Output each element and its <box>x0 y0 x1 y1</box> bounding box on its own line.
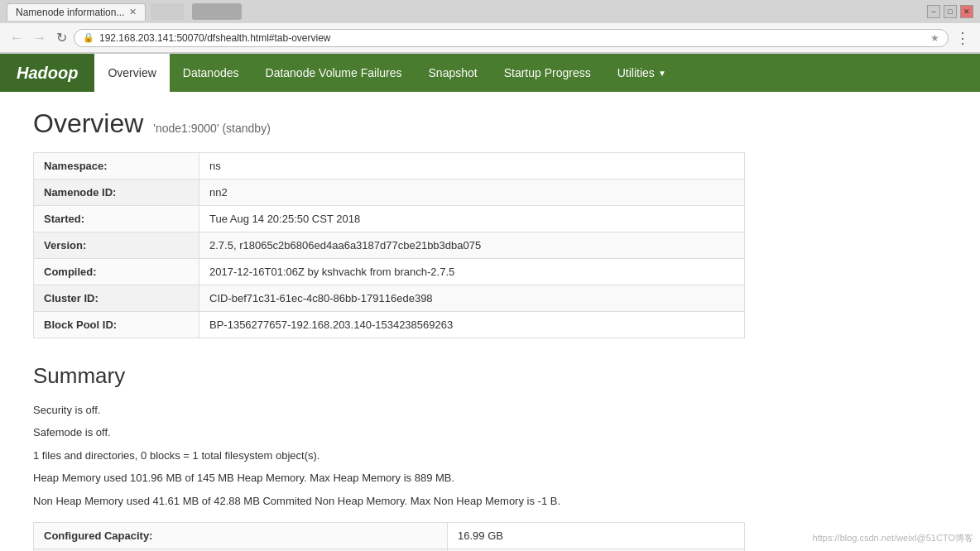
hadoop-brand: Hadoop <box>0 54 94 92</box>
nav-item-datanodes[interactable]: Datanodes <box>170 54 252 92</box>
row-label: Cluster ID: <box>34 285 199 312</box>
row-label: Namespace: <box>34 153 199 180</box>
row-value: CID-bef71c31-61ec-4c80-86bb-179116ede398 <box>199 285 745 312</box>
reload-button[interactable]: ↻ <box>53 28 70 47</box>
back-button[interactable]: ← <box>7 29 26 47</box>
page-title: Overview <box>33 108 143 138</box>
summary-line: Safemode is off. <box>33 423 844 442</box>
address-bar[interactable]: 🔒 192.168.203.141:50070/dfshealth.html#t… <box>74 29 949 47</box>
utilities-caret-icon: ▼ <box>658 69 666 78</box>
browser-chrome: Namenode information... ✕ − □ ✕ ← → ↻ 🔒 … <box>0 0 980 54</box>
title-bar: Namenode information... ✕ − □ ✕ <box>0 0 980 23</box>
restore-button[interactable]: □ <box>944 5 957 18</box>
bookmark-icon[interactable]: ★ <box>930 32 939 44</box>
forward-button[interactable]: → <box>30 29 50 47</box>
stat-value: 16.99 GB <box>448 522 745 549</box>
summary-line: 1 files and directories, 0 blocks = 1 to… <box>33 446 844 465</box>
hadoop-navbar: Hadoop Overview Datanodes Datanode Volum… <box>0 54 980 92</box>
table-row: Namespace:ns <box>34 153 745 180</box>
row-label: Namenode ID: <box>34 180 199 206</box>
nav-item-snapshot[interactable]: Snapshot <box>416 54 491 92</box>
summary-line: Non Heap Memory used 41.61 MB of 42.88 M… <box>33 491 844 510</box>
row-label: Version: <box>34 232 199 259</box>
nav-item-overview[interactable]: Overview <box>94 54 169 92</box>
nav-items: Overview Datanodes Datanode Volume Failu… <box>94 54 679 92</box>
stat-label: Configured Capacity: <box>34 522 448 549</box>
row-value: nn2 <box>199 180 745 206</box>
row-value: ns <box>199 153 745 180</box>
address-text: 192.168.203.141:50070/dfshealth.html#tab… <box>99 32 331 44</box>
tab-close-button[interactable]: ✕ <box>129 7 137 17</box>
summary-lines: Security is off.Safemode is off.1 files … <box>33 400 844 510</box>
row-value: Tue Aug 14 20:25:50 CST 2018 <box>199 206 745 232</box>
nav-item-utilities[interactable]: Utilities ▼ <box>604 54 680 92</box>
row-value: 2017-12-16T01:06Z by kshvachk from branc… <box>199 259 745 285</box>
summary-title: Summary <box>33 363 844 389</box>
window-controls: − □ ✕ <box>927 5 973 18</box>
table-row: Block Pool ID:BP-1356277657-192.168.203.… <box>34 312 745 338</box>
row-label: Block Pool ID: <box>34 312 199 338</box>
info-table: Namespace:nsNamenode ID:nn2Started:Tue A… <box>33 152 745 338</box>
summary-line: Security is off. <box>33 400 844 419</box>
table-row: Started:Tue Aug 14 20:25:50 CST 2018 <box>34 206 745 232</box>
table-row: Namenode ID:nn2 <box>34 180 745 206</box>
table-row: Compiled:2017-12-16T01:06Z by kshvachk f… <box>34 259 745 285</box>
watermark: https://blog.csdn.net/weixl@51CTO博客 <box>813 532 973 544</box>
row-label: Started: <box>34 206 199 232</box>
row-value: 2.7.5, r18065c2b6806ed4aa6a3187d77cbe21b… <box>199 232 745 259</box>
stats-table: Configured Capacity:16.99 GBDFS Used:12 … <box>33 522 745 551</box>
browser-tab[interactable]: Namenode information... ✕ <box>7 3 146 21</box>
summary-section: Summary Security is off.Safemode is off.… <box>33 363 844 551</box>
tab-title: Namenode information... <box>16 7 124 18</box>
security-icon: 🔒 <box>83 32 94 43</box>
menu-icon[interactable]: ⋮ <box>952 27 973 49</box>
close-button[interactable]: ✕ <box>960 5 973 18</box>
table-row: Configured Capacity:16.99 GB <box>34 522 745 549</box>
table-row: Cluster ID:CID-bef71c31-61ec-4c80-86bb-1… <box>34 285 745 312</box>
minimize-button[interactable]: − <box>927 5 940 18</box>
row-value: BP-1356277657-192.168.203.140-1534238569… <box>199 312 745 338</box>
page-subtitle: 'node1:9000' (standby) <box>153 122 271 135</box>
overview-heading: Overview 'node1:9000' (standby) <box>33 108 844 139</box>
browser-nav-bar: ← → ↻ 🔒 192.168.203.141:50070/dfshealth.… <box>0 23 980 53</box>
table-row: Version:2.7.5, r18065c2b6806ed4aa6a3187d… <box>34 232 745 259</box>
nav-item-datanode-volume-failures[interactable]: Datanode Volume Failures <box>252 54 416 92</box>
summary-line: Heap Memory used 101.96 MB of 145 MB Hea… <box>33 468 844 487</box>
new-tab-area <box>151 3 184 20</box>
nav-item-startup-progress[interactable]: Startup Progress <box>491 54 604 92</box>
main-content: Overview 'node1:9000' (standby) Namespac… <box>0 92 877 551</box>
profile-area <box>192 3 242 20</box>
row-label: Compiled: <box>34 259 199 285</box>
